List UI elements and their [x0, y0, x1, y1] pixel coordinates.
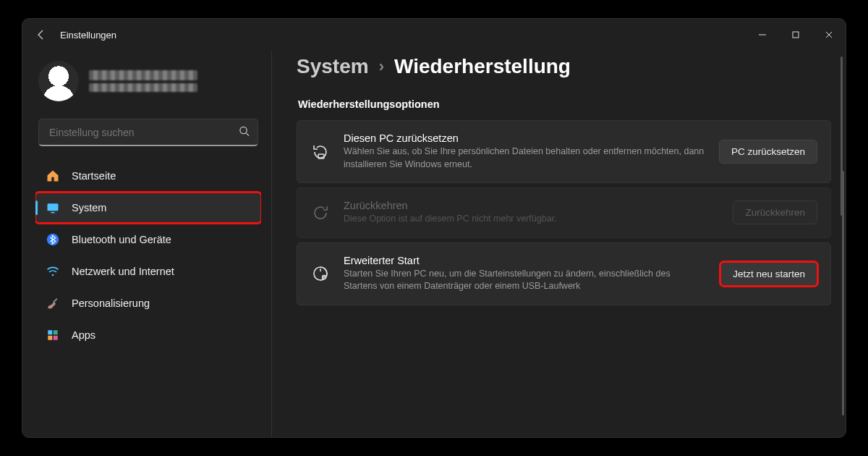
svg-rect-11 — [48, 336, 52, 340]
card-title: Zurückkehren — [344, 200, 720, 211]
system-icon — [46, 200, 60, 215]
bluetooth-icon — [46, 232, 60, 247]
sidebar-item-label: Personalisierung — [72, 297, 150, 309]
window-controls — [746, 19, 846, 51]
svg-point-7 — [52, 274, 54, 276]
breadcrumb-parent[interactable]: System — [297, 55, 369, 78]
user-info — [89, 70, 197, 92]
card-desc: Starten Sie Ihren PC neu, um die Startei… — [344, 268, 705, 293]
reset-icon — [310, 142, 331, 162]
card-title: Diesen PC zurücksetzen — [344, 132, 706, 144]
back-button[interactable] — [35, 29, 47, 41]
cards-container: Diesen PC zurücksetzenWählen Sie aus, ob… — [297, 120, 831, 305]
search-icon — [239, 126, 250, 140]
sidebar-item-wifi[interactable]: Netzwerk und Internet — [35, 256, 261, 287]
sidebar-item-label: Bluetooth und Geräte — [72, 234, 171, 245]
sidebar-item-label: Apps — [72, 329, 95, 341]
sidebar-item-bluetooth[interactable]: Bluetooth und Geräte — [35, 224, 261, 255]
recovery-card-reset: Diesen PC zurücksetzenWählen Sie aus, ob… — [297, 120, 831, 183]
sidebar-item-label: Netzwerk und Internet — [72, 266, 174, 277]
card-body: ZurückkehrenDiese Option ist auf diesem … — [344, 200, 720, 226]
svg-line-3 — [246, 133, 249, 136]
sidebar-item-system[interactable]: System — [35, 193, 261, 223]
svg-rect-4 — [48, 203, 59, 211]
wifi-icon — [46, 264, 60, 279]
sidebar-item-brush[interactable]: Personalisierung — [35, 288, 261, 318]
close-button[interactable] — [812, 19, 846, 51]
maximize-button[interactable] — [779, 19, 812, 51]
svg-rect-12 — [54, 336, 58, 340]
card-desc: Wählen Sie aus, ob Sie Ihre persönlichen… — [344, 145, 705, 171]
card-title: Erweiterter Start — [344, 255, 707, 266]
settings-window: Einstellungen — [22, 18, 846, 438]
search-box — [38, 119, 258, 146]
svg-rect-9 — [48, 330, 52, 334]
breadcrumb: System › Wiederherstellung — [297, 55, 831, 78]
main-panel: System › Wiederherstellung Wiederherstel… — [272, 51, 846, 437]
sidebar-item-home[interactable]: Startseite — [35, 161, 261, 191]
user-block[interactable] — [35, 58, 261, 113]
sidebar-item-apps[interactable]: Apps — [35, 320, 261, 350]
card-body: Erweiterter StartStarten Sie Ihren PC ne… — [344, 255, 707, 293]
sidebar-item-label: System — [72, 202, 106, 214]
section-title: Wiederherstellungsoptionen — [298, 98, 831, 110]
card-action-button[interactable]: Jetzt neu starten — [720, 262, 817, 286]
goback-icon — [310, 203, 331, 223]
breadcrumb-current: Wiederherstellung — [394, 55, 571, 78]
titlebar: Einstellungen — [22, 19, 846, 51]
apps-icon — [46, 328, 60, 342]
svg-rect-5 — [51, 212, 55, 214]
advstart-icon — [310, 263, 331, 284]
recovery-card-advstart: Erweiterter StartStarten Sie Ihren PC ne… — [297, 242, 831, 305]
svg-rect-1 — [793, 32, 799, 38]
recovery-card-goback: ZurückkehrenDiese Option ist auf diesem … — [297, 187, 831, 238]
svg-rect-10 — [54, 330, 58, 334]
nav-list: StartseiteSystemBluetooth und GeräteNetz… — [35, 161, 261, 350]
sidebar: StartseiteSystemBluetooth und GeräteNetz… — [22, 51, 272, 437]
brush-icon — [46, 296, 60, 311]
main-scrollbar[interactable] — [841, 56, 843, 216]
sidebar-item-label: Startseite — [72, 170, 116, 182]
home-icon — [46, 169, 60, 183]
svg-rect-8 — [53, 298, 58, 303]
window-title: Einstellungen — [60, 30, 116, 41]
chevron-right-icon: › — [379, 57, 384, 76]
avatar — [38, 61, 79, 101]
search-input[interactable] — [38, 119, 258, 146]
user-email-redacted — [89, 83, 197, 92]
card-action-button[interactable]: PC zurücksetzen — [719, 140, 817, 164]
minimize-button[interactable] — [746, 19, 779, 51]
card-body: Diesen PC zurücksetzenWählen Sie aus, ob… — [344, 132, 706, 171]
svg-point-2 — [240, 127, 247, 133]
card-desc: Diese Option ist auf diesem PC nicht meh… — [344, 213, 705, 226]
user-name-redacted — [89, 70, 197, 80]
card-action-button: Zurückkehren — [733, 200, 817, 224]
